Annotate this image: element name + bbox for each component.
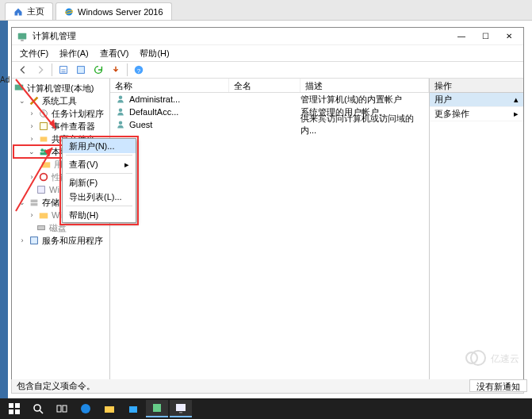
cell-name: Guest <box>129 120 152 129</box>
menu-view[interactable]: 查看(V) <box>95 46 134 61</box>
svg-rect-44 <box>176 404 186 411</box>
svg-rect-21 <box>38 225 45 229</box>
cell-name: DefaultAcc... <box>129 107 178 117</box>
mmc-taskbar-button[interactable] <box>170 400 192 417</box>
services-icon <box>29 235 40 246</box>
menu-action[interactable]: 操作(A) <box>55 46 94 61</box>
cell-desc: 供来宾访问计算机或访问域的内... <box>300 113 429 136</box>
mmc-icon <box>17 31 28 42</box>
ad-label: Ad <box>0 75 10 84</box>
mmc-titlebar[interactable]: 计算机管理 — ☐ ✕ <box>12 28 523 45</box>
col-desc[interactable]: 描述 <box>300 79 429 92</box>
svg-rect-32 <box>9 403 13 408</box>
separator <box>66 155 132 156</box>
svg-point-25 <box>119 121 123 125</box>
tree-disk[interactable]: 磁盘 <box>13 221 108 234</box>
ctx-export[interactable]: 导出列表(L)... <box>63 190 136 204</box>
user-icon <box>115 94 126 105</box>
ctx-view[interactable]: 查看(V)▸ <box>63 157 136 171</box>
servermgr-button[interactable] <box>146 400 168 417</box>
svg-rect-38 <box>57 406 61 412</box>
svg-rect-2 <box>18 33 27 39</box>
browser-tab-strip: 主页 Windows Server 2016 <box>0 0 532 21</box>
context-menu: 新用户(N)... 查看(V)▸ 刷新(F) 导出列表(L)... 帮助(H) <box>62 138 136 223</box>
svg-text:?: ? <box>137 67 141 75</box>
menu-file[interactable]: 文件(F) <box>15 46 53 61</box>
svg-rect-39 <box>63 406 67 412</box>
disk-icon <box>36 222 47 233</box>
browser-tab-winserver[interactable]: Windows Server 2016 <box>55 2 172 20</box>
svg-line-37 <box>40 410 43 413</box>
taskbar[interactable] <box>0 398 532 419</box>
list-pane: 名称 全名 描述 Administrat... 管理计算机(域)的内置帐户 De… <box>110 79 430 393</box>
expand-icon[interactable]: › <box>18 236 26 244</box>
svg-rect-22 <box>31 237 38 244</box>
notification-badge[interactable]: 没有新通知 <box>469 379 527 392</box>
separator <box>66 206 132 206</box>
back-button[interactable] <box>15 63 31 77</box>
list-header[interactable]: 名称 全名 描述 <box>110 79 429 93</box>
svg-rect-43 <box>153 404 161 412</box>
svg-marker-29 <box>44 148 52 157</box>
user-icon <box>115 106 126 117</box>
ctx-new-user[interactable]: 新用户(N)... <box>63 139 136 153</box>
svg-rect-34 <box>9 409 13 414</box>
tree-services[interactable]: › 服务和应用程序 <box>13 234 108 247</box>
tab-label: 主页 <box>27 6 44 17</box>
annotation-arrow <box>14 78 70 143</box>
list-row[interactable]: Administrat... 管理计算机(域)的内置帐户 <box>110 93 429 106</box>
ctx-help[interactable]: 帮助(H) <box>63 208 136 222</box>
svg-line-28 <box>16 148 52 211</box>
ctx-label: 新用户(N)... <box>69 140 114 152</box>
status-bar: 包含自定义项命令。 <box>11 379 524 394</box>
explorer-button[interactable] <box>98 400 121 417</box>
tree-label: 服务和应用程序 <box>42 235 103 247</box>
close-button[interactable]: ✕ <box>499 29 519 44</box>
export-button[interactable] <box>108 63 124 77</box>
up-button[interactable] <box>55 63 71 77</box>
user-icon <box>115 119 126 130</box>
list-row[interactable]: Guest 供来宾访问计算机或访问域的内... <box>110 118 429 131</box>
ie-icon <box>64 7 74 17</box>
forward-button[interactable] <box>33 63 48 77</box>
search-button[interactable] <box>27 400 49 417</box>
minimize-button[interactable]: — <box>452 29 471 44</box>
toolbar: ? <box>12 61 523 79</box>
chevron-right-icon: ▸ <box>124 160 129 170</box>
actions-group-label: 用户 <box>434 94 452 106</box>
actions-more[interactable]: 更多操作 ▸ <box>430 107 523 121</box>
col-name[interactable]: 名称 <box>110 79 229 92</box>
properties-button[interactable] <box>73 63 89 77</box>
actions-more-label: 更多操作 <box>434 108 469 120</box>
window-title: 计算机管理 <box>33 30 76 42</box>
edge-button[interactable] <box>75 400 97 417</box>
cell-desc: 管理计算机(域)的内置帐户 <box>300 94 429 106</box>
browser-tab-home[interactable]: 主页 <box>5 2 53 20</box>
svg-rect-41 <box>105 406 114 413</box>
menu-help[interactable]: 帮助(H) <box>135 46 174 61</box>
ctx-label: 导出列表(L)... <box>69 191 122 203</box>
help-button[interactable]: ? <box>131 63 147 77</box>
caret-icon: ▴ <box>514 94 519 105</box>
actions-group[interactable]: 用户 ▴ <box>430 93 523 107</box>
ctx-label: 帮助(H) <box>69 210 98 221</box>
ctx-label: 查看(V) <box>69 159 98 171</box>
col-fullname[interactable]: 全名 <box>229 79 300 92</box>
svg-rect-3 <box>21 40 24 40</box>
start-button[interactable] <box>3 400 25 417</box>
svg-rect-5 <box>78 67 85 74</box>
taskview-button[interactable] <box>51 400 73 417</box>
status-text: 包含自定义项命令。 <box>17 380 95 392</box>
svg-point-24 <box>119 109 123 113</box>
svg-rect-35 <box>15 409 20 414</box>
watermark: 亿速云 <box>464 346 521 371</box>
ctx-refresh[interactable]: 刷新(F) <box>63 175 136 190</box>
menu-bar: 文件(F) 操作(A) 查看(V) 帮助(H) <box>12 45 523 61</box>
annotation-arrow <box>14 143 62 216</box>
maximize-button[interactable]: ☐ <box>476 29 495 44</box>
svg-rect-33 <box>15 403 20 408</box>
refresh-button[interactable] <box>90 63 106 77</box>
svg-point-0 <box>66 8 73 15</box>
ctx-label: 刷新(F) <box>69 177 98 189</box>
store-button[interactable] <box>122 400 144 417</box>
